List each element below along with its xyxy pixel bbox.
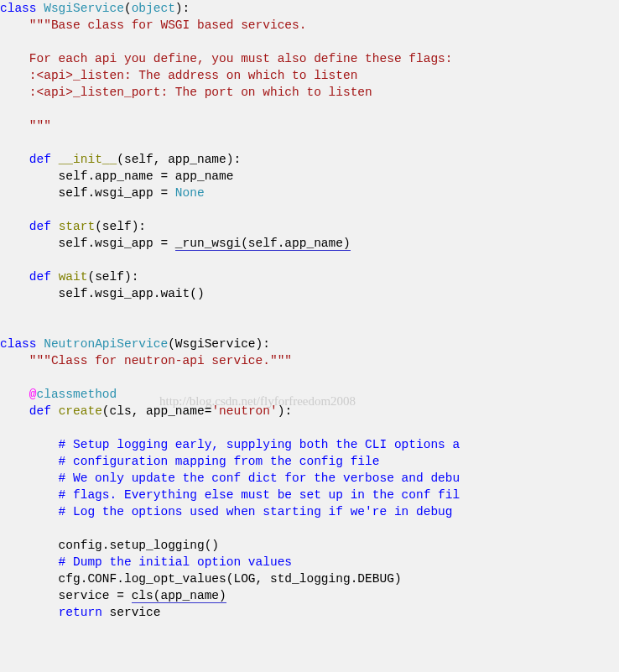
return-keyword: return — [59, 606, 102, 619]
comment-line: # configuration mapping from the config … — [0, 455, 379, 468]
code-line: service = — [0, 589, 132, 602]
space — [51, 220, 59, 233]
def-keyword: def — [29, 404, 51, 418]
object-builtin: object — [132, 2, 175, 15]
docstring-line: :<api>_listen: The address on which to l… — [0, 69, 357, 82]
code-line: self.wsgi_app = — [0, 237, 175, 250]
comment-line: # Setup logging early, supplying both th… — [0, 438, 460, 451]
code-line: self.wsgi_app.wait() — [0, 287, 205, 300]
cls-call: cls(app_name) — [132, 589, 226, 603]
paren-close: ): — [175, 2, 190, 15]
code-block: class WsgiService(object): """Base class… — [0, 0, 619, 621]
return-value: service — [102, 606, 161, 619]
space — [51, 404, 59, 418]
indent — [0, 606, 59, 619]
params-close: ): — [278, 404, 292, 418]
indent — [0, 153, 29, 166]
params: (self): — [95, 220, 146, 233]
space — [51, 153, 59, 166]
def-keyword: def — [29, 220, 51, 233]
space — [51, 270, 59, 284]
none-literal: None — [175, 186, 205, 200]
func-wait: wait — [59, 270, 88, 284]
comment-line: # Log the options used when starting if … — [0, 505, 460, 518]
code-line: self.app_name = app_name — [0, 169, 233, 183]
indent — [0, 388, 29, 401]
docstring-line: """Base class for WSGI based services. — [0, 18, 306, 32]
class-keyword: class — [0, 2, 37, 15]
class-name: NeutronApiService — [37, 337, 169, 351]
indent — [0, 220, 29, 233]
indent — [0, 270, 29, 284]
func-init: __init__ — [59, 153, 117, 166]
class-name: WsgiService — [37, 2, 124, 15]
paren: ( — [124, 2, 132, 15]
code-line: config.setup_logging() — [0, 539, 219, 552]
comment-line: # We only update the conf dict for the v… — [0, 471, 460, 485]
base-class: (WsgiService): — [168, 337, 270, 351]
comment-line: # Dump the initial option values — [0, 555, 292, 569]
code-line: self.wsgi_app = — [0, 186, 175, 200]
decorator-at: @ — [29, 388, 37, 401]
docstring-line: :<api>_listen_port: The port on which to… — [0, 86, 372, 99]
docstring-end: """ — [0, 119, 51, 133]
docstring-line: For each api you define, you must also d… — [0, 52, 453, 65]
params: (self): — [87, 270, 138, 284]
func-create: create — [59, 404, 102, 418]
class-keyword: class — [0, 337, 37, 351]
run-wsgi-call: _run_wsgi(self.app_name) — [175, 237, 351, 251]
def-keyword: def — [29, 153, 51, 166]
classmethod-decorator: classmethod — [37, 388, 117, 401]
indent — [0, 404, 29, 418]
docstring-line: """Class for neutron-api service.""" — [0, 354, 292, 367]
string-literal: 'neutron' — [211, 404, 277, 418]
def-keyword: def — [29, 270, 51, 284]
params-open: (cls, app_name= — [102, 404, 212, 418]
params: (self, app_name): — [117, 153, 241, 166]
func-start: start — [59, 220, 96, 233]
code-line: cfg.CONF.log_opt_values(LOG, std_logging… — [0, 572, 402, 586]
comment-line: # flags. Everything else must be set up … — [0, 488, 460, 502]
